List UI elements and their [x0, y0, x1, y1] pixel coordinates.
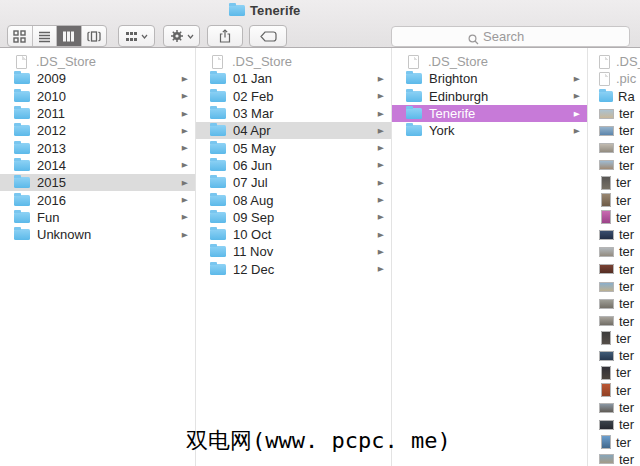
file-row[interactable]: ter	[588, 364, 640, 381]
folder-row[interactable]: 12 Dec▶	[196, 261, 391, 278]
photo-icon	[599, 351, 614, 361]
item-label: ter	[619, 227, 634, 242]
folder-row[interactable]: 2009▶	[0, 70, 195, 87]
item-label: 08 Aug	[233, 193, 274, 208]
share-button[interactable]	[207, 25, 243, 47]
disclosure-arrow-icon: ▶	[182, 93, 188, 100]
file-row[interactable]: ter	[588, 191, 640, 208]
photo-icon	[599, 160, 614, 170]
file-row[interactable]: ter	[588, 312, 640, 329]
file-row[interactable]: ter	[588, 278, 640, 295]
coverflow-view-button[interactable]	[82, 26, 107, 46]
disclosure-arrow-icon: ▶	[378, 179, 384, 186]
folder-row[interactable]: 2010▶	[0, 88, 195, 105]
photo-icon	[601, 435, 611, 449]
item-label: 06 Jun	[233, 158, 272, 173]
folder-row[interactable]: 03 Mar▶	[196, 105, 391, 122]
folder-icon	[14, 108, 30, 119]
photo-icon	[601, 383, 611, 397]
item-label: 02 Feb	[233, 89, 273, 104]
file-row[interactable]: ter	[588, 261, 640, 278]
browser-column-2: .DS_Store01 Jan▶02 Feb▶03 Mar▶04 Apr▶05 …	[196, 48, 392, 466]
file-row[interactable]: ter	[588, 157, 640, 174]
icon-view-button[interactable]	[8, 26, 33, 46]
file-row[interactable]: .DS_Store	[392, 53, 587, 70]
folder-row[interactable]: 08 Aug▶	[196, 191, 391, 208]
file-row[interactable]: .DS_Store	[588, 53, 640, 70]
column-view-button[interactable]	[57, 26, 82, 46]
folder-icon	[14, 73, 30, 84]
item-label: Brighton	[429, 71, 477, 86]
photo-icon	[599, 454, 614, 464]
column-view-icon	[62, 30, 75, 43]
folder-row[interactable]: 2013▶	[0, 139, 195, 156]
folder-row[interactable]: 2011▶	[0, 105, 195, 122]
file-row[interactable]: .DS_Store	[196, 53, 391, 70]
folder-row[interactable]: Unknown▶	[0, 226, 195, 243]
item-label: ter	[619, 106, 634, 121]
folder-row[interactable]: 11 Nov▶	[196, 243, 391, 260]
search-input[interactable]	[483, 29, 553, 44]
arrange-button[interactable]	[118, 25, 155, 47]
folder-row[interactable]: Ra▶	[588, 88, 640, 105]
folder-row[interactable]: Edinburgh▶	[392, 88, 587, 105]
item-label: .DS_Store	[428, 54, 488, 69]
file-row[interactable]: ter	[588, 416, 640, 433]
folder-icon	[210, 229, 226, 240]
list-view-button[interactable]	[33, 26, 58, 46]
photo-icon	[601, 331, 611, 345]
action-button[interactable]	[163, 25, 200, 47]
file-row[interactable]: ter	[588, 347, 640, 364]
file-row[interactable]: ter	[588, 451, 640, 466]
folder-row[interactable]: Tenerife▶	[392, 105, 587, 122]
file-row[interactable]: .pic	[588, 70, 640, 87]
disclosure-arrow-icon: ▶	[574, 127, 580, 134]
file-row[interactable]: ter	[588, 382, 640, 399]
photo-icon	[599, 247, 614, 257]
folder-row[interactable]: 09 Sep▶	[196, 209, 391, 226]
folder-row[interactable]: 2014▶	[0, 157, 195, 174]
folder-icon	[210, 73, 226, 84]
folder-row[interactable]: 05 May▶	[196, 139, 391, 156]
folder-row[interactable]: Fun▶	[0, 209, 195, 226]
tag-button[interactable]	[249, 25, 287, 47]
file-row[interactable]: ter	[588, 399, 640, 416]
folder-row[interactable]: 2016▶	[0, 191, 195, 208]
file-row[interactable]: ter	[588, 209, 640, 226]
file-row[interactable]: ter	[588, 295, 640, 312]
disclosure-arrow-icon: ▶	[182, 231, 188, 238]
item-label: Unknown	[37, 227, 91, 242]
folder-row[interactable]: 01 Jan▶	[196, 70, 391, 87]
search-icon	[468, 31, 479, 42]
folder-row[interactable]: Brighton▶	[392, 70, 587, 87]
disclosure-arrow-icon: ▶	[574, 76, 580, 83]
folder-row[interactable]: 10 Oct▶	[196, 226, 391, 243]
folder-row[interactable]: 07 Jul▶	[196, 174, 391, 191]
folder-row[interactable]: 06 Jun▶	[196, 157, 391, 174]
disclosure-arrow-icon: ▶	[378, 110, 384, 117]
folder-icon	[210, 212, 226, 223]
file-icon	[16, 55, 27, 69]
folder-row[interactable]: 04 Apr▶	[196, 122, 391, 139]
folder-row[interactable]: 2015▶	[0, 174, 195, 191]
folder-row[interactable]: York▶	[392, 122, 587, 139]
item-label: 2013	[37, 141, 66, 156]
folder-row[interactable]: 02 Feb▶	[196, 88, 391, 105]
folder-icon	[14, 160, 30, 171]
file-row[interactable]: ter	[588, 174, 640, 191]
file-row[interactable]: ter	[588, 243, 640, 260]
file-row[interactable]: ter	[588, 105, 640, 122]
file-row[interactable]: ter	[588, 330, 640, 347]
file-row[interactable]: ter	[588, 122, 640, 139]
item-label: ter	[619, 123, 634, 138]
disclosure-arrow-icon: ▶	[378, 249, 384, 256]
file-row[interactable]: ter	[588, 139, 640, 156]
disclosure-arrow-icon: ▶	[182, 214, 188, 221]
item-label: 09 Sep	[233, 210, 274, 225]
item-label: ter	[616, 193, 631, 208]
file-row[interactable]: ter	[588, 434, 640, 451]
search-field[interactable]	[391, 26, 630, 47]
file-row[interactable]: .DS_Store	[0, 53, 195, 70]
folder-row[interactable]: 2012▶	[0, 122, 195, 139]
file-row[interactable]: ter	[588, 226, 640, 243]
